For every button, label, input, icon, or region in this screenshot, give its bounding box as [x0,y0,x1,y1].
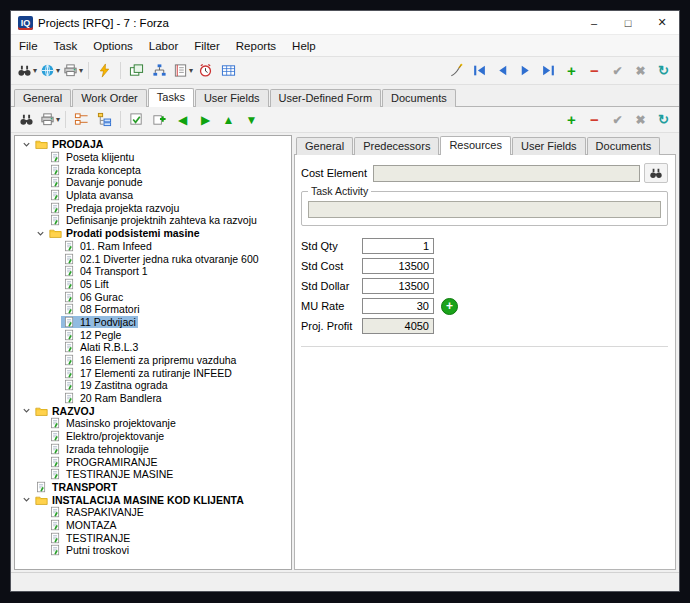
move-up-button[interactable]: ▲ [218,109,239,130]
add-mu-rate-button[interactable]: + [441,298,458,315]
tree-node-body[interactable]: TESTIRANJE [47,532,132,544]
tree-node-body[interactable]: MONTAZA [47,519,119,531]
move-left-button[interactable]: ◀ [172,109,193,130]
tree-node-11-podvijaci[interactable]: 11 Podvijaci [15,316,291,329]
tree-list-button[interactable] [94,109,115,130]
tree-node-programiranje[interactable]: PROGRAMIRANJE [15,455,291,468]
copy-window-button[interactable] [126,60,147,81]
tree-node-body[interactable]: TRANSPORT [33,481,119,493]
tree-node-body[interactable]: 06 Gurac [61,291,125,303]
tree-node-body[interactable]: PROGRAMIRANJE [47,456,160,468]
refresh-record-button[interactable]: ↻ [653,60,674,81]
tree-node-05-lift[interactable]: 05 Lift [15,278,291,291]
print-tasks-button[interactable]: ▾ [39,109,60,130]
tree-node-12-pegle[interactable]: 12 Pegle [15,328,291,341]
mu-rate-input[interactable]: 30 [362,298,434,314]
detail-tab-predecessors[interactable]: Predecessors [354,137,439,155]
tree-node-body[interactable]: Poseta klijentu [47,151,136,163]
tree-node-masinsko-projektovanje[interactable]: Masinsko projektovanje [15,417,291,430]
move-right-button[interactable]: ▶ [195,109,216,130]
detail-tab-resources[interactable]: Resources [440,136,511,155]
tree-node-01-ram-infeed[interactable]: 01. Ram Infeed [15,240,291,253]
tree-node-08-formatori[interactable]: 08 Formatori [15,303,291,316]
tree-node-transport[interactable]: TRANSPORT [15,481,291,494]
collapse-all-button[interactable] [71,109,92,130]
tree-node-raspakivanje[interactable]: RASPAKIVANJE [15,506,291,519]
tree-node-body[interactable]: Alati R.B.L.3 [61,341,140,353]
move-down-button[interactable]: ▼ [241,109,262,130]
tree-node-elektro-projektovanje[interactable]: Elektro/projektovanje [15,430,291,443]
expander-icon[interactable] [34,227,47,239]
reports-button[interactable]: ▾ [172,60,193,81]
tab-user-fields[interactable]: User Fields [195,89,269,107]
tree-node-body[interactable]: Predaja projekta razvoju [47,202,181,214]
tree-node-instalacija-masine-kod-klijenta[interactable]: INSTALACIJA MASINE KOD KLIJENTA [15,493,291,506]
tree-node-body[interactable]: 19 Zastitna ograda [61,379,170,391]
post-edit-button[interactable]: ✔ [607,60,628,81]
tree-node-body[interactable]: INSTALACIJA MASINE KOD KLIJENTA [33,494,246,506]
tree-node-body[interactable]: Izrada koncepta [47,164,143,176]
delete-task-button[interactable]: − [584,109,605,130]
tab-general[interactable]: General [14,89,71,107]
insert-task-button[interactable] [149,109,170,130]
scheduler-button[interactable] [195,60,216,81]
refresh-data-button[interactable]: ▾ [39,60,60,81]
tree-node-alati-r-b-l-3[interactable]: Alati R.B.L.3 [15,341,291,354]
tree-node-body[interactable]: 05 Lift [61,278,111,290]
tree-node-body[interactable]: 12 Pegle [61,329,123,341]
menu-file[interactable]: File [11,40,46,52]
tree-node-body[interactable]: 16 Elementi za pripremu vazduha [61,354,238,366]
insert-record-button[interactable]: + [561,60,582,81]
tree-node-davanje-ponude[interactable]: Davanje ponude [15,176,291,189]
next-record-button[interactable] [515,60,536,81]
quick-launch-button[interactable] [94,60,115,81]
tree-node-body[interactable]: 08 Formatori [61,303,142,315]
tree-node-body[interactable]: 11 Podvijaci [61,316,138,328]
tree-node-body[interactable]: TESTIRANJE MASINE [47,468,175,480]
tree-node-17-elementi-za-rutiranje-infeed[interactable]: 17 Elementi za rutiranje INFEED [15,366,291,379]
tree-node-poseta-klijentu[interactable]: Poseta klijentu [15,151,291,164]
std-qty-input[interactable]: 1 [362,238,434,254]
tab-user-defined-form[interactable]: User-Defined Form [270,89,382,107]
find-task-button[interactable] [16,109,37,130]
tree-node-predaja-projekta-razvoju[interactable]: Predaja projekta razvoju [15,201,291,214]
post-task-button[interactable]: ✔ [607,109,628,130]
tree-node-izrada-koncepta[interactable]: Izrada koncepta [15,163,291,176]
tree-node-prodaja[interactable]: PRODAJA [15,138,291,151]
menu-task[interactable]: Task [46,40,86,52]
last-record-button[interactable] [538,60,559,81]
menu-options[interactable]: Options [85,40,141,52]
tree-node-body[interactable]: RASPAKIVANJE [47,506,146,518]
tree-node-prodati-podsistemi-masine[interactable]: Prodati podsistemi masine [15,227,291,240]
tab-documents[interactable]: Documents [382,89,456,107]
tree-node-body[interactable]: Prodati podsistemi masine [47,227,202,239]
tree-node-16-elementi-za-pripremu-vazduha[interactable]: 16 Elementi za pripremu vazduha [15,354,291,367]
tree-node-body[interactable]: RAZVOJ [33,405,97,417]
select-tasks-button[interactable] [126,109,147,130]
cost-element-search-button[interactable] [644,163,668,183]
tree-node-06-gurac[interactable]: 06 Gurac [15,290,291,303]
menu-help[interactable]: Help [284,40,324,52]
tree-node-body[interactable]: 02.1 Diverter jedna ruka otvaranje 600 [61,253,261,265]
tree-node-razvoj[interactable]: RAZVOJ [15,404,291,417]
tree-node-definisanje-projektnih-zahteva-ka-razvoju[interactable]: Definisanje projektnih zahteva ka razvoj… [15,214,291,227]
prior-record-button[interactable] [492,60,513,81]
search-button[interactable]: ▾ [16,60,37,81]
tree-node-body[interactable]: Izrada tehnologije [47,443,151,455]
spreadsheet-button[interactable] [218,60,239,81]
tree-node-testiranje-masine[interactable]: TESTIRANJE MASINE [15,468,291,481]
tree-node-02-1-diverter-jedna-ruka-otvaranje-600[interactable]: 02.1 Diverter jedna ruka otvaranje 600 [15,252,291,265]
refresh-tasks-button[interactable]: ↻ [653,109,674,130]
tree-node-body[interactable]: Putni troskovi [47,544,131,556]
tree-node-body[interactable]: PRODAJA [33,138,105,150]
expander-icon[interactable] [20,494,33,506]
add-task-button[interactable]: + [561,109,582,130]
tree-node-04-transport-1[interactable]: 04 Transport 1 [15,265,291,278]
tree-node-body[interactable]: Elektro/projektovanje [47,430,166,442]
maximize-button[interactable]: □ [611,11,645,34]
tree-node-20-ram-bandlera[interactable]: 20 Ram Bandlera [15,392,291,405]
cost-element-input[interactable] [373,165,640,182]
expander-icon[interactable] [20,405,33,417]
tree-node-body[interactable]: Definisanje projektnih zahteva ka razvoj… [47,214,259,226]
menu-filter[interactable]: Filter [186,40,228,52]
